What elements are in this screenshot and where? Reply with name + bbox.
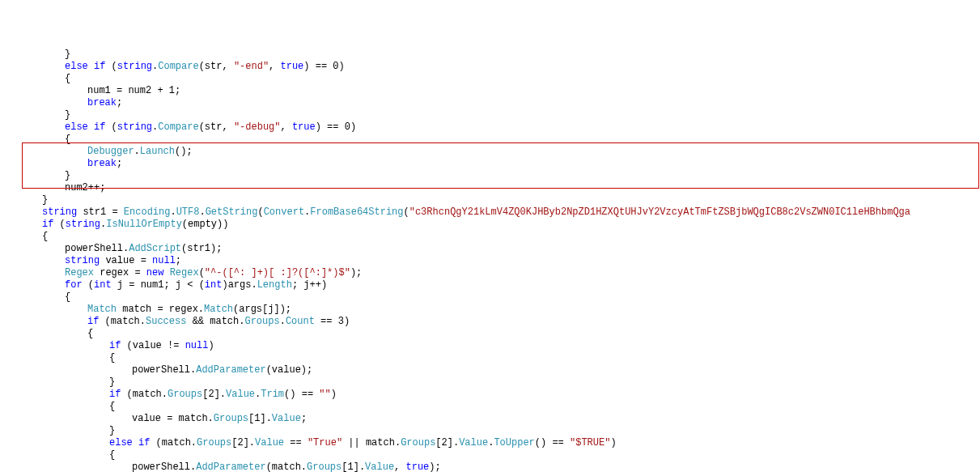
code-token: num1 = num2 + [87,85,169,96]
code-line: Match match = regex.Match(args[j]); [0,304,980,316]
code-token: . [280,316,286,327]
code-view: }else if (string.Compare(str, "-end", tr… [0,49,980,472]
code-token: Groups [244,316,279,327]
code-line: { [0,449,980,461]
code-token: Match [204,304,233,315]
code-token: ) == [316,121,345,133]
code-line: if (match.Success && match.Groups.Count … [0,316,980,328]
code-token: (str, [199,61,234,72]
code-token: AddParameter [196,364,265,376]
code-token: new [146,267,164,279]
code-token: (match. [99,316,146,327]
code-token: ) [339,61,345,72]
code-token: AddScript [129,243,181,254]
code-token: (match. [121,389,168,400]
code-token: (empty)) [182,219,229,230]
code-token: (match. [150,437,197,449]
code-token: } [65,109,70,121]
code-token: ( [83,279,94,291]
code-line: } [0,170,980,182]
code-token: ( [105,61,117,72]
code-line: { [0,291,980,304]
code-token: } [109,376,115,388]
code-token: Value [272,413,301,424]
code-line: else if (string.Compare(str, "-debug", t… [0,121,980,134]
code-token: FromBase64String [310,206,403,218]
code-token: if [87,316,99,327]
code-token: UTF8 [176,206,200,218]
code-line: value = match.Groups[1].Value; [0,413,980,425]
code-token: ( [199,267,205,279]
code-token: powerShell. [65,243,129,254]
code-token: ) [350,121,356,133]
code-token: 2 [208,389,214,400]
code-token: , [269,61,280,72]
code-token: && match. [186,316,244,327]
code-token: Debugger [87,146,134,157]
code-line: break; [0,158,980,170]
code-token: . [199,206,205,218]
code-token: true [292,121,316,133]
code-token: { [42,231,48,242]
code-token: ) [208,340,214,351]
code-token: value = match. [132,413,214,424]
code-token: Convert [264,206,304,218]
code-token: string [117,121,152,133]
code-token: Groups [401,437,435,449]
code-token: 1 [169,85,175,96]
code-token: } [65,170,70,181]
code-token: || match. [342,437,401,449]
code-token: str1 = [77,206,124,218]
code-line: string str1 = Encoding.UTF8.GetString(Co… [0,206,980,219]
code-token: AddParameter [196,461,265,472]
code-token: { [65,291,70,303]
code-token: break [87,158,117,169]
code-token: ]. [448,437,459,449]
code-token: if [42,219,53,230]
code-token: { [109,449,115,461]
code-token: (); [175,146,193,157]
code-token: ) [610,437,616,449]
code-line: if (string.IsNullOrEmpty(empty)) [0,219,980,231]
code-token: IsNullOrEmpty [106,219,182,230]
code-token: ( [53,219,65,230]
code-line: if (value != null) [0,340,980,352]
code-token: ; [117,158,122,169]
code-token: ) [331,389,337,400]
code-token: Groups [214,413,248,424]
code-line: { [0,352,980,364]
code-token: if [109,340,121,351]
code-token: () == [535,437,570,449]
code-line: } [0,109,980,121]
code-token: Match [87,304,117,315]
code-token: true [281,61,304,72]
code-token: ; [117,97,122,108]
code-token: ]. [214,389,226,400]
code-token: int [94,279,112,291]
code-line: else if (match.Groups[2].Value == "True"… [0,437,980,449]
code-token: Groups [197,437,231,449]
code-token: ); [350,267,362,279]
code-token: else if [65,121,105,133]
code-line: { [0,328,980,340]
code-token: (match. [266,461,307,472]
code-token: ) [344,316,350,327]
code-token: int [205,279,223,291]
code-line: } [0,376,980,389]
code-token: , [281,121,292,133]
code-token: Length [257,279,292,291]
code-token: . [170,206,176,218]
code-token: ; [175,85,180,96]
code-line: powerShell.AddParameter(value); [0,364,980,376]
code-token: value = [100,255,152,266]
code-token: "-debug" [234,121,281,133]
code-line: num2++; [0,182,980,194]
code-token: . [134,146,140,157]
code-token: ) == [303,61,333,72]
code-token: ; j++) [292,279,327,291]
code-token: Trim [261,389,284,400]
code-token: else if [65,61,105,72]
code-token: ]. [244,437,255,449]
code-line: { [0,231,980,243]
code-token: powerShell. [132,364,196,376]
